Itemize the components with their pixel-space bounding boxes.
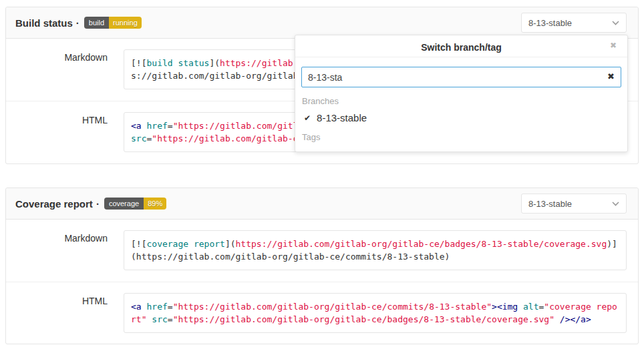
popup-title: Switch branch/tag — [295, 35, 627, 53]
badge-label: build — [84, 17, 109, 29]
branch-dropdown-value: 8-13-stable — [528, 18, 572, 28]
badge-value: running — [109, 17, 142, 29]
row-label: Markdown — [6, 230, 108, 270]
branch-item-8-13-stable[interactable]: ✔ 8-13-stable — [302, 112, 621, 123]
coverage-report-panel: Coverage report · coverage 89% 8-13-stab… — [5, 188, 639, 344]
panel-body: Markdown [![coverage report](https://git… — [6, 220, 638, 344]
badge-label: coverage — [104, 198, 144, 210]
title-separator: · — [96, 198, 100, 210]
branch-search-input[interactable] — [301, 67, 621, 87]
row-label: Markdown — [6, 49, 108, 89]
branch-search: ✖ — [301, 67, 621, 87]
coverage-badge: coverage 89% — [104, 198, 166, 210]
panel-title: Build status — [15, 17, 73, 29]
chevron-down-icon — [612, 202, 619, 206]
branch-dropdown-toggle[interactable]: 8-13-stable — [521, 194, 627, 214]
markdown-code-box[interactable]: [![coverage report](https://gitlab.com/g… — [124, 230, 627, 270]
row-label: HTML — [6, 112, 108, 152]
title-separator: · — [76, 17, 79, 29]
close-icon[interactable]: ✖ — [610, 41, 617, 49]
clear-search-icon[interactable]: ✖ — [607, 72, 615, 81]
branch-dropdown-toggle[interactable]: 8-13-stable — [521, 13, 627, 33]
markdown-row: Markdown [![coverage report](https://git… — [6, 220, 638, 282]
switch-branch-popup: Switch branch/tag ✖ ✖ Branches ✔ 8-13-st… — [295, 35, 628, 152]
badges-settings-page: Build status · build running 8-13-stable… — [0, 0, 644, 349]
branches-group-header: Branches — [302, 96, 621, 106]
html-code-box[interactable]: <a href="https://gitlab.com/gitlab-org/g… — [124, 293, 627, 333]
html-row: HTML <a href="https://gitlab.com/gitlab-… — [6, 282, 638, 344]
branch-dropdown-value: 8-13-stable — [528, 199, 572, 209]
build-status-badge: build running — [84, 17, 142, 29]
build-status-panel-heading: Build status · build running 8-13-stable — [6, 7, 638, 39]
row-label: HTML — [6, 293, 108, 333]
coverage-report-panel-heading: Coverage report · coverage 89% 8-13-stab… — [6, 188, 638, 220]
chevron-down-icon — [612, 21, 619, 25]
popup-groups: Branches ✔ 8-13-stable Tags — [295, 96, 627, 142]
check-icon: ✔ — [304, 113, 311, 123]
badge-value: 89% — [144, 198, 166, 210]
branch-item-label: 8-13-stable — [317, 112, 367, 123]
popup-titlebar: Switch branch/tag ✖ — [295, 35, 627, 57]
panel-title: Coverage report — [15, 198, 93, 210]
tags-group-header: Tags — [302, 132, 621, 142]
